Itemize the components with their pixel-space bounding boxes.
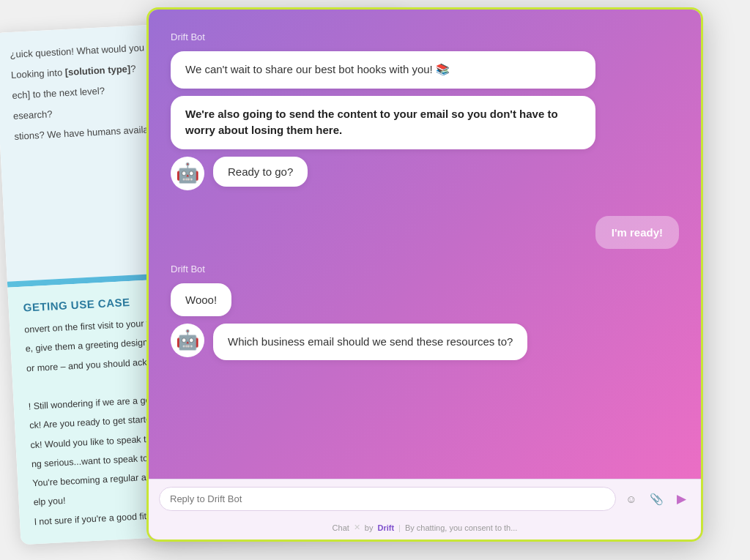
footer-chat-text: Chat <box>333 523 349 532</box>
main-chat-card: Drift Bot We can't wait to share our bes… <box>146 7 703 542</box>
attachment-icon: 📎 <box>650 493 664 506</box>
footer-by-text: by <box>365 523 374 532</box>
chat-top-section: Drift Bot We can't wait to share our bes… <box>149 10 701 216</box>
send-button[interactable]: ▶ <box>672 490 691 509</box>
footer-dot: ✕ <box>354 523 360 532</box>
message-4-text: Wooo! <box>185 294 217 306</box>
message-row-5: 🤖 Which business email should we send th… <box>171 324 679 368</box>
message-2-text: We're also going to send the content to … <box>185 108 558 137</box>
drift-bot-label-1: Drift Bot <box>171 31 679 42</box>
emoji-button[interactable]: ☺ <box>622 490 641 509</box>
chat-panel: Drift Bot We can't wait to share our bes… <box>149 10 701 540</box>
footer-brand-link[interactable]: Drift <box>377 523 394 532</box>
chat-input-bar: ☺ 📎 ▶ Chat ✕ by Drift | By chatting, you… <box>149 479 701 540</box>
message-3-text: Ready to go? <box>228 165 293 178</box>
user-bubble: I'm ready! <box>595 216 679 249</box>
reply-input[interactable] <box>159 487 616 511</box>
message-bubble-3: Ready to go? <box>213 157 308 187</box>
footer-consent-text: By chatting, you consent to th... <box>405 523 517 532</box>
bot-avatar-2: 🤖 <box>171 324 204 357</box>
message-1-text: We can't wait to share our best bot hook… <box>185 63 450 75</box>
message-5-text: Which business email should we send thes… <box>228 335 513 348</box>
input-icons: ☺ 📎 ▶ <box>622 490 691 509</box>
attachment-button[interactable]: 📎 <box>647 490 666 509</box>
robot-icon-2: 🤖 <box>176 329 199 351</box>
user-reply-text: I'm ready! <box>612 226 663 239</box>
footer-separator: | <box>398 523 401 532</box>
message-bubble-4: Wooo! <box>171 283 231 316</box>
message-row-3: 🤖 Ready to go? <box>171 157 679 194</box>
message-bubble-1: We can't wait to share our best bot hook… <box>171 51 595 89</box>
emoji-icon: ☺ <box>625 493 636 505</box>
send-icon: ▶ <box>677 491 686 507</box>
user-message-row: I'm ready! <box>149 216 701 249</box>
bot-avatar-1: 🤖 <box>171 157 204 190</box>
chat-footer: Chat ✕ by Drift | By chatting, you conse… <box>149 518 701 540</box>
drift-bot-label-2: Drift Bot <box>149 264 701 275</box>
chat-input-row[interactable]: ☺ 📎 ▶ <box>149 479 701 518</box>
chat-bottom-section: Wooo! 🤖 Which business email should we s… <box>149 283 701 376</box>
message-bubble-5: Which business email should we send thes… <box>213 324 527 361</box>
message-bubble-2: We're also going to send the content to … <box>171 96 595 149</box>
robot-icon-1: 🤖 <box>176 162 199 184</box>
